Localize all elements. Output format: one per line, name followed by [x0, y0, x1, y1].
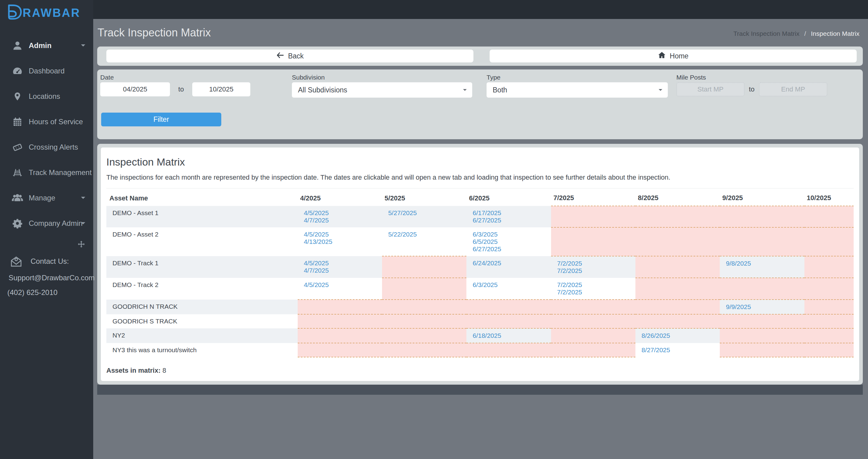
table-row: DEMO - Track 24/5/20256/3/20257/2/20257/… — [106, 278, 854, 299]
home-button-label: Home — [670, 52, 688, 60]
matrix-description: The inspections for each month are repre… — [106, 173, 854, 181]
sidebar-item-crossing-alerts[interactable]: Crossing Alerts — [0, 134, 93, 160]
inspection-date-link[interactable]: 7/2/2025 — [557, 281, 636, 289]
users-icon — [11, 192, 24, 204]
inspection-date-link[interactable]: 7/2/2025 — [557, 260, 636, 267]
inspection-matrix-table: Asset Name4/20255/20256/20257/20258/2025… — [106, 189, 854, 357]
inspection-month-cell: 9/9/2025 — [720, 299, 804, 314]
ticket-icon — [11, 141, 24, 153]
missing-inspection-cell — [804, 278, 854, 299]
subdivision-label: Subdivision — [292, 74, 472, 81]
toolbar-panel: Back Home — [97, 47, 863, 66]
date-filter-group: Date to — [100, 74, 250, 96]
subdivision-select[interactable]: All Subdivisions — [292, 82, 472, 97]
move-handle-icon[interactable] — [77, 240, 86, 249]
missing-inspection-cell — [466, 299, 551, 314]
inspection-date-link[interactable]: 5/22/2025 — [388, 231, 466, 238]
column-header-month: 6/2025 — [466, 189, 551, 206]
brand-logo[interactable]: RAWBAR — [0, 0, 93, 22]
date-to-input[interactable] — [192, 82, 250, 96]
inspection-date-link[interactable]: 6/27/2025 — [472, 217, 551, 224]
asset-name-cell: GOODRICH S TRACK — [106, 314, 298, 328]
missing-inspection-cell — [636, 227, 720, 256]
asset-name-cell: NY3 this was a turnout/switch — [106, 343, 298, 357]
inspection-date-link[interactable]: 8/26/2025 — [642, 332, 720, 339]
content-footer-band — [97, 385, 863, 395]
inspection-month-cell: 4/5/20254/7/2025 — [298, 256, 382, 278]
inspection-date-link[interactable]: 6/27/2025 — [472, 246, 551, 253]
sidebar-item-admin[interactable]: Admin — [0, 33, 93, 58]
missing-inspection-cell — [636, 256, 720, 278]
caret-down-icon — [81, 197, 85, 201]
inspection-date-link[interactable]: 4/5/2025 — [304, 209, 382, 217]
home-button[interactable]: Home — [490, 50, 857, 62]
missing-inspection-cell — [720, 206, 804, 227]
breadcrumb: Track Inspection Matrix / Inspection Mat… — [733, 30, 860, 37]
inspection-date-link[interactable]: 6/3/2025 — [472, 281, 551, 289]
sidebar-item-locations[interactable]: Locations — [0, 84, 93, 109]
inspection-date-link[interactable]: 7/2/2025 — [557, 289, 636, 296]
missing-inspection-cell — [382, 256, 466, 278]
start-mp-input[interactable] — [676, 82, 745, 96]
table-row: NY26/18/20258/26/2025 — [106, 328, 854, 343]
inspection-date-link[interactable]: 6/18/2025 — [472, 332, 551, 339]
asset-name-cell: NY2 — [106, 328, 298, 343]
table-row: DEMO - Asset 14/5/20254/7/20255/27/20256… — [106, 206, 854, 227]
inspection-date-link[interactable]: 9/8/2025 — [726, 260, 804, 267]
inspection-date-link[interactable]: 9/9/2025 — [726, 303, 804, 311]
inspection-date-link[interactable]: 4/5/2025 — [304, 281, 382, 289]
date-from-input[interactable] — [100, 82, 170, 96]
calendar-icon — [11, 116, 24, 127]
missing-inspection-cell — [298, 299, 382, 314]
inspection-month-cell: 6/24/2025 — [466, 256, 551, 278]
inspection-date-link[interactable]: 6/17/2025 — [472, 209, 551, 217]
filter-button[interactable]: Filter — [101, 113, 221, 126]
sidebar-item-label: Crossing Alerts — [29, 143, 78, 151]
contact-email: Support@DrawbarCo.com — [0, 274, 93, 282]
type-select[interactable]: Both — [487, 82, 668, 97]
page-title: Track Inspection Matrix — [97, 26, 211, 39]
missing-inspection-cell — [382, 343, 466, 357]
table-row: DEMO - Track 14/5/20254/7/20256/24/20257… — [106, 256, 854, 278]
missing-inspection-cell — [551, 328, 636, 343]
missing-inspection-cell — [720, 227, 804, 256]
inspection-date-link[interactable]: 6/5/2025 — [472, 238, 551, 246]
inspection-date-link[interactable]: 4/5/2025 — [304, 231, 382, 238]
missing-inspection-cell — [551, 299, 636, 314]
sidebar-item-hours-of-service[interactable]: Hours of Service — [0, 109, 93, 134]
asset-name-cell: DEMO - Asset 2 — [106, 227, 298, 256]
inspection-date-link[interactable]: 7/2/2025 — [557, 267, 636, 275]
missing-inspection-cell — [636, 299, 720, 314]
inspection-date-link[interactable]: 8/27/2025 — [642, 346, 720, 354]
sidebar-item-dashboard[interactable]: Dashboard — [0, 58, 93, 84]
sidebar-item-company-admin[interactable]: Company Admin — [0, 210, 93, 236]
inspection-month-cell: 7/2/20257/2/2025 — [551, 256, 636, 278]
brand-text: RAWBAR — [23, 6, 81, 20]
sidebar-nav: AdminDashboardLocationsHours of ServiceC… — [0, 33, 93, 236]
inspection-date-link[interactable]: 5/27/2025 — [388, 209, 466, 217]
sidebar-item-track-management[interactable]: Track Management — [0, 160, 93, 185]
caret-down-icon — [81, 45, 85, 49]
inspection-date-link[interactable]: 4/7/2025 — [304, 267, 382, 274]
end-mp-input[interactable] — [759, 82, 827, 96]
breadcrumb-link[interactable]: Track Inspection Matrix — [733, 30, 799, 37]
inspection-date-link[interactable]: 6/3/2025 — [472, 231, 551, 238]
date-label: Date — [100, 74, 250, 81]
back-button[interactable]: Back — [106, 50, 473, 62]
inspection-date-link[interactable]: 4/7/2025 — [304, 217, 382, 224]
inspection-date-link[interactable]: 4/13/2025 — [304, 238, 382, 246]
page-header: Track Inspection Matrix Track Inspection… — [93, 19, 868, 47]
inspection-date-link[interactable]: 4/5/2025 — [304, 259, 382, 267]
assets-in-matrix: Assets in matrix: 8 — [106, 367, 854, 375]
chevron-down-icon — [659, 89, 662, 93]
inspection-month-cell: 5/22/2025 — [382, 227, 466, 256]
sidebar-item-label: Admin — [29, 41, 52, 50]
sidebar-item-label: Dashboard — [29, 67, 64, 75]
missing-inspection-cell — [720, 278, 804, 299]
inspection-date-link[interactable]: 6/24/2025 — [472, 259, 551, 267]
sidebar-item-manage[interactable]: Manage — [0, 185, 93, 210]
envelope-icon — [9, 255, 23, 268]
missing-inspection-cell — [636, 314, 720, 328]
missing-inspection-cell — [298, 314, 382, 328]
back-button-label: Back — [288, 52, 304, 60]
